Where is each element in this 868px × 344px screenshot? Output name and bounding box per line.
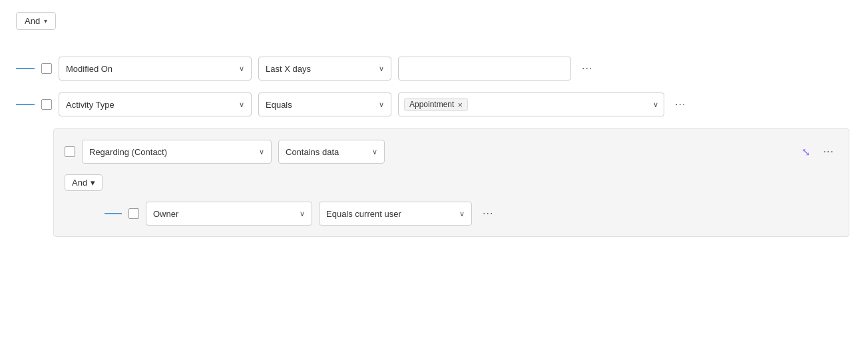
subgroup-inner-checkbox[interactable] [128, 208, 139, 219]
subgroup-field-dropdown[interactable]: Regarding (Contact) ∨ [82, 140, 272, 164]
row2-field-label: Activity Type [66, 100, 114, 110]
subgroup-field-label: Regarding (Contact) [89, 147, 167, 157]
row1-field-chevron-icon: ∨ [239, 65, 244, 73]
row1-more-options[interactable]: ··· [578, 60, 596, 77]
row1-operator-chevron-icon: ∨ [379, 65, 384, 73]
row2-field-chevron-icon: ∨ [239, 100, 244, 109]
row1-operator-label: Last X days [266, 64, 311, 74]
collapse-icon[interactable]: ⤡ [799, 143, 813, 161]
sub-group: Regarding (Contact) ∨ Contains data ∨ ⤡ … [53, 128, 849, 237]
subgroup-operator-dropdown[interactable]: Contains data ∨ [278, 140, 385, 164]
row1-field-dropdown[interactable]: Modified On ∨ [59, 57, 252, 81]
subgroup-inner-field-dropdown[interactable]: Owner ∨ [146, 202, 312, 226]
connector-line-2 [16, 104, 35, 105]
top-and-button[interactable]: And ▾ [16, 12, 56, 30]
h-line [105, 213, 122, 214]
row2-value-chevron-icon[interactable]: ∨ [653, 100, 658, 109]
subgroup-and-chevron-icon: ▾ [91, 178, 95, 188]
row1-operator-dropdown[interactable]: Last X days ∨ [258, 57, 391, 81]
subgroup-and-row: And ▾ [65, 174, 838, 191]
subgroup-and-label: And [72, 178, 87, 188]
subgroup-field-chevron-icon: ∨ [259, 148, 264, 156]
subgroup-operator-chevron-icon: ∨ [372, 148, 377, 156]
subgroup-inner-more-options[interactable]: ··· [479, 205, 497, 222]
connector-line-1 [16, 68, 35, 69]
row2-checkbox[interactable] [41, 99, 52, 110]
subgroup-more-options[interactable]: ··· [819, 143, 838, 160]
subgroup-inner-field-label: Owner [153, 209, 178, 219]
row2-more-options[interactable]: ··· [671, 96, 690, 113]
row1-value-input[interactable]: 10 [398, 57, 571, 81]
row1-field-label: Modified On [66, 64, 112, 74]
subgroup-operator-label: Contains data [286, 147, 339, 157]
and-chevron-icon: ▾ [44, 17, 47, 25]
subgroup-inner-row: Owner ∨ Equals current user ∨ ··· [105, 202, 838, 226]
subgroup-inner-field-chevron-icon: ∨ [300, 210, 305, 218]
filter-row-activity-type: Activity Type ∨ Equals ∨ Appointment × ∨… [16, 92, 852, 116]
subgroup-row-regarding: Regarding (Contact) ∨ Contains data ∨ ⤡ … [65, 140, 838, 164]
row2-field-dropdown[interactable]: Activity Type ∨ [59, 92, 252, 116]
subgroup-and-button[interactable]: And ▾ [65, 174, 103, 191]
row2-tag-label: Appointment [409, 100, 454, 109]
subgroup-checkbox[interactable] [65, 146, 75, 157]
row2-tag-close-button[interactable]: × [457, 100, 463, 109]
row2-operator-label: Equals [266, 100, 292, 110]
subgroup-inner-operator-dropdown[interactable]: Equals current user ∨ [319, 202, 472, 226]
sub-connector-line [105, 213, 122, 214]
row2-operator-dropdown[interactable]: Equals ∨ [258, 92, 391, 116]
subgroup-inner-operator-label: Equals current user [326, 209, 401, 219]
subgroup-inner-operator-chevron-icon: ∨ [459, 210, 465, 218]
row1-checkbox[interactable] [41, 63, 52, 74]
and-label: And [25, 16, 40, 26]
row2-value-tag-container: Appointment × ∨ [398, 92, 664, 116]
row2-tag-inner: Appointment × [404, 98, 649, 111]
row2-appointment-tag: Appointment × [404, 98, 468, 111]
row2-operator-chevron-icon: ∨ [379, 100, 384, 109]
filter-row-modified-on: Modified On ∨ Last X days ∨ 10 ··· [16, 57, 852, 81]
